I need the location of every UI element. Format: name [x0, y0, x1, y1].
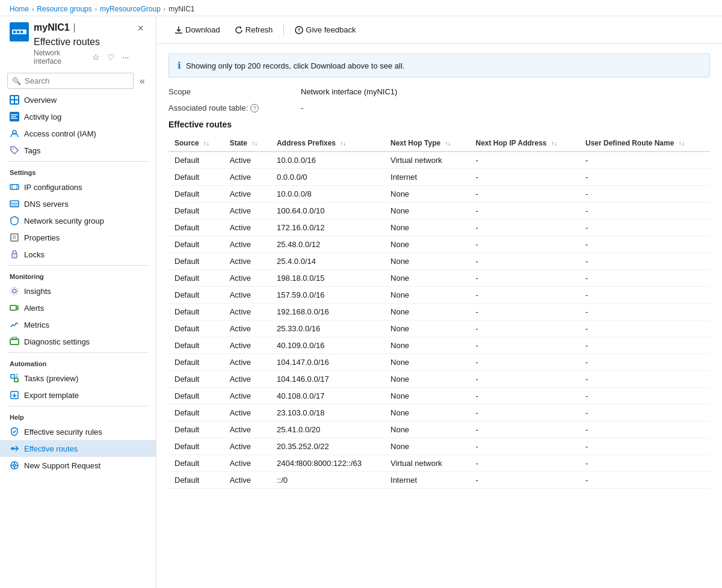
next-hop-type-cell: None — [384, 203, 469, 219]
address-prefix-cell: 172.16.0.0/12 — [271, 219, 384, 236]
next-hop-ip-cell: - — [470, 186, 579, 203]
info-banner: ℹ Showing only top 200 records, click Do… — [168, 54, 710, 78]
address-prefix-cell: 20.35.252.0/22 — [271, 438, 384, 455]
nav-locks[interactable]: Locks — [0, 246, 156, 263]
next-hop-ip-cell: - — [470, 354, 579, 371]
col-address-prefix[interactable]: Address Prefixes ↑↓ — [271, 135, 384, 152]
user-defined-cell: - — [579, 304, 710, 320]
source-cell: Default — [168, 152, 224, 169]
breadcrumb-resource-groups[interactable]: Resource groups — [37, 5, 91, 13]
pin-button[interactable]: ☆ — [91, 52, 101, 62]
export-icon — [10, 390, 19, 400]
nav-ip-configurations[interactable]: IP configurations — [0, 179, 156, 195]
nav-diagnostic-settings[interactable]: Diagnostic settings — [0, 333, 156, 350]
svg-rect-3 — [17, 31, 19, 33]
close-button[interactable]: × — [135, 22, 146, 35]
table-row: DefaultActive192.168.0.0/16None-- — [168, 304, 710, 320]
search-input[interactable] — [7, 73, 134, 89]
bookmark-button[interactable]: ♡ — [106, 52, 116, 62]
toolbar-divider — [283, 24, 284, 36]
address-prefix-cell: 104.146.0.0/17 — [271, 371, 384, 388]
col-address-sort: ↑↓ — [340, 140, 346, 147]
nav-tags[interactable]: Tags — [0, 142, 156, 159]
tasks-label: Tasks (preview) — [24, 374, 78, 383]
nav-effective-security-rules[interactable]: Effective security rules — [0, 423, 156, 440]
next-hop-type-cell: Virtual network — [384, 152, 469, 169]
col-hop-type-label: Next Hop Type — [390, 139, 440, 147]
col-next-hop-ip[interactable]: Next Hop IP Address ↑↓ — [470, 135, 579, 152]
state-cell: Active — [224, 304, 271, 320]
page-title: Effective routes — [34, 37, 100, 47]
resource-type: Network interface — [34, 49, 86, 66]
nav-insights[interactable]: Insights — [0, 283, 156, 299]
next-hop-ip-cell: - — [470, 388, 579, 405]
access-control-icon — [10, 129, 19, 138]
next-hop-ip-cell: - — [470, 270, 579, 287]
next-hop-type-cell: None — [384, 438, 469, 455]
nav-access-control[interactable]: Access control (IAM) — [0, 125, 156, 142]
svg-rect-8 — [11, 100, 14, 103]
table-row: DefaultActive20.35.252.0/22None-- — [168, 438, 710, 455]
next-hop-ip-cell: - — [470, 287, 579, 304]
source-cell: Default — [168, 236, 224, 253]
next-hop-ip-cell: - — [470, 455, 579, 472]
table-row: DefaultActive0.0.0.0/0Internet-- — [168, 169, 710, 186]
state-cell: Active — [224, 186, 271, 203]
nav-properties[interactable]: Properties — [0, 229, 156, 246]
next-hop-ip-cell: - — [470, 253, 579, 270]
feedback-icon — [295, 26, 303, 34]
next-hop-type-cell: None — [384, 388, 469, 405]
address-prefix-cell: 25.33.0.0/16 — [271, 320, 384, 337]
user-defined-cell: - — [579, 405, 710, 421]
col-next-hop-type[interactable]: Next Hop Type ↑↓ — [384, 135, 469, 152]
breadcrumb-home[interactable]: Home — [10, 5, 29, 13]
nsg-label: Network security group — [24, 216, 104, 225]
ip-config-icon — [10, 182, 19, 192]
nav-activity-log[interactable]: Activity log — [0, 108, 156, 125]
next-hop-type-cell: None — [384, 253, 469, 270]
source-cell: Default — [168, 405, 224, 421]
user-defined-cell: - — [579, 455, 710, 472]
nav-metrics[interactable]: Metrics — [0, 316, 156, 333]
next-hop-type-cell: Internet — [384, 169, 469, 186]
nav-export-template[interactable]: Export template — [0, 387, 156, 403]
next-hop-type-cell: Internet — [384, 472, 469, 489]
nav-alerts[interactable]: Alerts — [0, 299, 156, 316]
nav-effective-routes[interactable]: Effective routes — [0, 440, 156, 457]
address-prefix-cell: 10.0.0.0/16 — [271, 152, 384, 169]
route-table-row: Associated route table: ? - — [168, 103, 710, 112]
help-icon: ? — [250, 104, 259, 112]
download-button[interactable]: Download — [168, 22, 226, 37]
content-area: Download Refresh Give feedback ℹ Showi — [156, 16, 722, 588]
table-row: DefaultActive25.4.0.0/14None-- — [168, 253, 710, 270]
collapse-sidebar-button[interactable]: « — [136, 73, 149, 89]
breadcrumb-current: myNIC1 — [168, 5, 194, 13]
resource-name: myNIC1 — [34, 22, 70, 33]
next-hop-type-cell: None — [384, 270, 469, 287]
nav-tasks-preview[interactable]: Tasks (preview) — [0, 370, 156, 387]
nav-network-security-group[interactable]: Network security group — [0, 212, 156, 229]
refresh-button[interactable]: Refresh — [229, 22, 279, 37]
nav-new-support-request[interactable]: New Support Request — [0, 457, 156, 474]
source-cell: Default — [168, 337, 224, 354]
svg-rect-2 — [13, 31, 16, 33]
col-state[interactable]: State ↑↓ — [224, 135, 271, 152]
breadcrumb-myresourcegroup[interactable]: myResourceGroup — [100, 5, 161, 13]
source-cell: Default — [168, 287, 224, 304]
col-user-defined[interactable]: User Defined Route Name ↑↓ — [579, 135, 710, 152]
locks-label: Locks — [24, 250, 45, 259]
nav-overview[interactable]: Overview — [0, 91, 156, 108]
source-cell: Default — [168, 371, 224, 388]
nav-dns-servers[interactable]: DNS DNS servers — [0, 195, 156, 212]
svg-rect-33 — [11, 375, 14, 378]
next-hop-type-cell: None — [384, 304, 469, 320]
state-cell: Active — [224, 472, 271, 489]
source-cell: Default — [168, 320, 224, 337]
alerts-icon — [10, 303, 19, 313]
table-row: DefaultActive10.0.0.0/8None-- — [168, 186, 710, 203]
feedback-button[interactable]: Give feedback — [289, 22, 362, 37]
table-row: DefaultActive100.64.0.0/10None-- — [168, 203, 710, 219]
state-cell: Active — [224, 253, 271, 270]
more-button[interactable]: ··· — [121, 52, 131, 62]
col-source[interactable]: Source ↑↓ — [168, 135, 224, 152]
